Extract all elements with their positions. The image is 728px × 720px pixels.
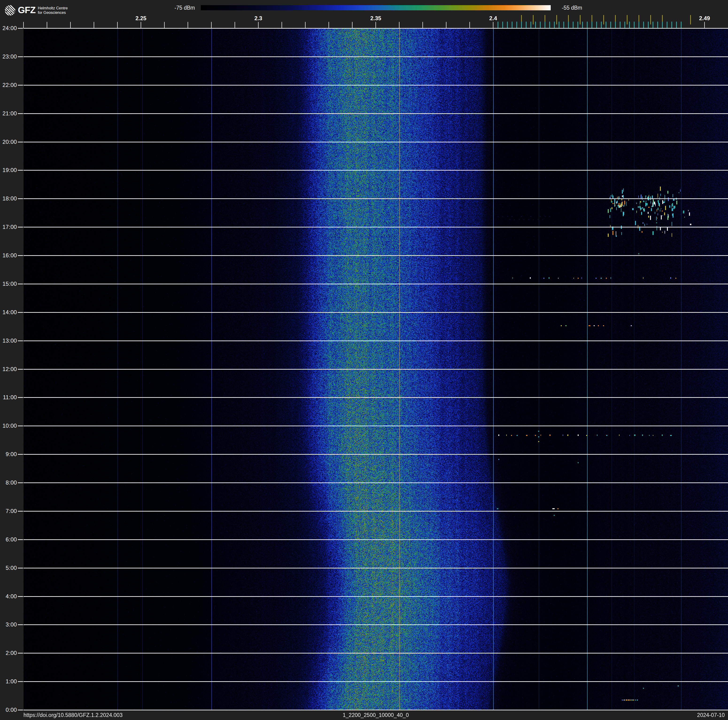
hour-gridline (23, 539, 728, 540)
ble-channel-tick (516, 21, 517, 28)
hour-gridline (23, 312, 728, 313)
freq-tick (47, 22, 47, 28)
time-label: 19:00 (0, 167, 17, 174)
ble-channel-tick (535, 21, 536, 28)
hour-gridline (23, 227, 728, 227)
hour-gridline (23, 397, 728, 398)
freq-tick (141, 22, 141, 28)
freq-tick (704, 22, 705, 28)
freq-tick (329, 22, 329, 28)
hour-gridline (23, 283, 728, 284)
hour-gridline (23, 340, 728, 341)
hour-gridline (23, 596, 728, 597)
ble-channel-tick (662, 21, 663, 28)
time-label: 3:00 (0, 621, 17, 628)
hour-tick (18, 283, 23, 284)
hour-tick (18, 681, 23, 682)
freq-tick (188, 22, 188, 28)
freq-tick (446, 22, 447, 28)
ble-channel-tick (568, 21, 569, 28)
ble-channel-tick (615, 21, 616, 28)
hour-gridline (23, 142, 728, 142)
gfz-org-line2: for Geosciences (38, 10, 67, 15)
time-label: 18:00 (0, 195, 17, 202)
hour-gridline (23, 85, 728, 86)
hour-tick (18, 255, 23, 256)
colorbar-min-label: -75 dBm (145, 5, 195, 11)
hour-tick (18, 397, 23, 398)
ble-channel-tick (507, 21, 508, 28)
freq-tick (235, 22, 235, 28)
ble-channel-tick (554, 21, 555, 28)
hour-tick (18, 113, 23, 114)
doi-link[interactable]: https://doi.org/10.5880/GFZ.1.2.2024.003 (23, 712, 122, 718)
wifi-channel-tick (533, 15, 534, 25)
freq-tick (211, 22, 212, 28)
ble-channel-tick (671, 21, 672, 28)
freq-label: 2.25 (136, 15, 147, 21)
freq-tick (23, 22, 24, 28)
hour-gridline (23, 511, 728, 512)
time-label: 14:00 (0, 309, 17, 316)
time-label: 13:00 (0, 337, 17, 344)
ble-channel-tick (601, 21, 602, 28)
hour-gridline (23, 710, 728, 710)
freq-label: 2.35 (370, 15, 381, 21)
hour-tick (18, 483, 23, 483)
ble-channel-tick (643, 21, 644, 28)
hour-tick (18, 624, 23, 625)
freq-tick (305, 22, 306, 28)
time-label: 20:00 (0, 138, 17, 146)
time-label: 9:00 (0, 451, 17, 458)
hour-tick (18, 653, 23, 654)
hour-gridline (23, 369, 728, 370)
freq-tick (258, 22, 258, 28)
freq-tick (281, 22, 282, 28)
hour-gridline (23, 198, 728, 199)
freq-tick (117, 22, 118, 28)
ble-channel-tick (592, 21, 592, 28)
ble-channel-tick (639, 21, 639, 28)
freq-tick (399, 22, 399, 28)
freq-tick (164, 22, 165, 28)
freq-label: 2.49 (699, 15, 710, 21)
ble-channel-tick (657, 21, 658, 28)
hour-tick (18, 710, 23, 710)
hour-gridline (23, 255, 728, 256)
freq-tick (70, 22, 71, 28)
date-label: 2024-07-10 (697, 712, 725, 718)
freq-tick (422, 22, 423, 28)
ble-channel-tick (629, 21, 630, 28)
hour-gridline (23, 426, 728, 426)
colorbar (201, 5, 551, 10)
hour-tick (18, 198, 23, 199)
hour-tick (18, 142, 23, 142)
ble-channel-tick (610, 21, 611, 28)
wifi-channel-tick (580, 15, 581, 25)
hour-gridline (23, 483, 728, 483)
freq-tick (376, 22, 376, 28)
hour-gridline (23, 170, 728, 171)
freq-tick (493, 22, 493, 28)
hour-tick (18, 85, 23, 86)
time-label: 4:00 (0, 593, 17, 600)
ble-channel-tick (653, 21, 653, 28)
ble-channel-tick (544, 21, 545, 28)
freq-tick (94, 22, 94, 28)
colorbar-max-label: -55 dBm (562, 5, 582, 11)
hour-tick (18, 568, 23, 568)
hour-tick (18, 511, 23, 512)
time-label: 10:00 (0, 422, 17, 429)
time-label: 6:00 (0, 536, 17, 543)
freq-tick (352, 22, 352, 28)
freq-label: 2.4 (489, 15, 497, 21)
time-label: 2:00 (0, 650, 17, 657)
time-label: 15:00 (0, 280, 17, 287)
ble-channel-tick (596, 21, 597, 28)
hour-gridline (23, 681, 728, 682)
time-label: 21:00 (0, 110, 17, 117)
time-label: 23:00 (0, 53, 17, 60)
time-label: 7:00 (0, 507, 17, 515)
ble-channel-tick (624, 21, 625, 28)
gfz-logo: GFZ Helmholtz Centre for Geosciences (5, 5, 67, 17)
